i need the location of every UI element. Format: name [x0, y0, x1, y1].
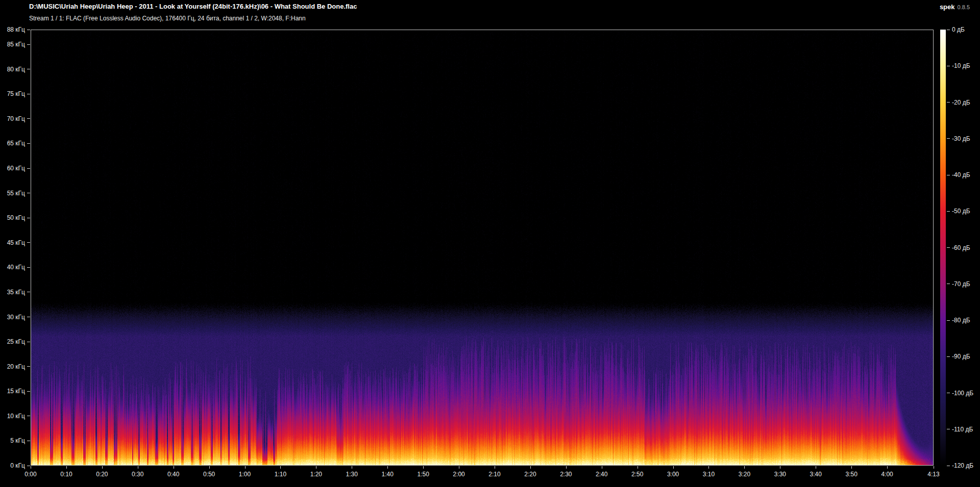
file-path-title: D:\MUSIC\Uriah Heep\Uriah Heep - 2011 - … — [29, 3, 357, 10]
freq-label: 10 кГц — [0, 413, 25, 420]
time-tick — [780, 466, 780, 469]
time-tick — [638, 466, 638, 469]
time-tick — [138, 466, 138, 469]
freq-label: 50 кГц — [0, 214, 25, 221]
db-label: -100 дБ — [952, 390, 973, 397]
freq-tick — [27, 44, 30, 45]
freq-tick — [27, 94, 30, 94]
freq-label: 70 кГц — [0, 115, 25, 122]
time-label: 4:13 — [927, 471, 939, 478]
db-tick — [947, 247, 950, 248]
time-tick — [66, 466, 67, 469]
db-tick — [947, 466, 950, 466]
time-label: 1:00 — [239, 471, 251, 478]
time-label: 3:50 — [845, 471, 857, 478]
freq-label: 5 кГц — [0, 437, 25, 444]
db-tick — [947, 175, 950, 175]
time-label: 2:20 — [524, 471, 536, 478]
db-tick — [947, 320, 950, 321]
freq-label: 15 кГц — [0, 388, 25, 395]
time-label: 0:10 — [60, 471, 72, 478]
db-label: -20 дБ — [952, 99, 970, 106]
time-tick — [934, 466, 934, 469]
db-tick — [947, 356, 950, 357]
freq-tick — [27, 366, 30, 367]
db-tick — [947, 138, 950, 139]
freq-label: 30 кГц — [0, 314, 25, 321]
freq-label: 35 кГц — [0, 289, 25, 296]
time-label: 1:30 — [346, 471, 358, 478]
freq-tick — [27, 193, 30, 193]
freq-tick — [27, 317, 30, 317]
time-tick — [316, 466, 316, 469]
db-tick — [947, 429, 950, 429]
time-label: 2:30 — [560, 471, 572, 478]
time-tick — [387, 466, 388, 469]
freq-tick — [27, 242, 30, 243]
time-tick — [102, 466, 103, 469]
app-brand: spek0.8.5 — [940, 3, 970, 11]
time-tick — [887, 466, 888, 469]
db-label: -80 дБ — [952, 317, 970, 324]
stream-info: Stream 1 / 1: FLAC (Free Lossless Audio … — [29, 15, 306, 22]
db-label: -70 дБ — [952, 280, 970, 288]
app-name: spek — [940, 3, 955, 11]
db-label: -40 дБ — [952, 171, 970, 178]
freq-label: 55 кГц — [0, 190, 25, 197]
time-tick — [602, 466, 602, 469]
time-tick — [673, 466, 674, 469]
time-tick — [423, 466, 424, 469]
freq-label: 80 кГц — [0, 66, 25, 73]
db-label: -30 дБ — [952, 135, 970, 142]
time-tick — [495, 466, 495, 469]
time-tick — [245, 466, 246, 469]
freq-tick — [27, 143, 30, 144]
freq-label: 88 кГц — [0, 26, 25, 33]
freq-tick — [27, 391, 30, 392]
time-label: 2:10 — [488, 471, 500, 478]
db-tick — [947, 211, 950, 212]
time-tick — [744, 466, 745, 469]
time-label: 3:40 — [810, 471, 822, 478]
time-label: 4:00 — [881, 471, 893, 478]
freq-tick — [27, 342, 30, 342]
db-label: -120 дБ — [952, 462, 973, 469]
freq-tick — [27, 466, 30, 466]
time-tick — [530, 466, 531, 469]
time-label: 0:40 — [167, 471, 179, 478]
time-label: 1:10 — [275, 471, 286, 478]
freq-tick — [27, 30, 30, 30]
time-label: 3:20 — [739, 471, 750, 478]
time-label: 2:00 — [453, 471, 464, 478]
time-label: 2:50 — [631, 471, 643, 478]
app-version: 0.8.5 — [958, 4, 970, 10]
time-label: 3:00 — [667, 471, 679, 478]
freq-label: 25 кГц — [0, 338, 25, 345]
time-label: 1:20 — [310, 471, 322, 478]
freq-label: 65 кГц — [0, 140, 25, 147]
freq-tick — [27, 168, 30, 169]
spectrogram-canvas — [31, 30, 933, 465]
time-label: 2:40 — [596, 471, 607, 478]
db-tick — [947, 30, 950, 30]
db-label: -110 дБ — [952, 426, 973, 433]
time-tick — [174, 466, 174, 469]
db-label: -60 дБ — [952, 244, 970, 251]
time-label: 3:30 — [774, 471, 786, 478]
freq-label: 0 кГц — [0, 462, 25, 469]
freq-tick — [27, 292, 30, 292]
time-label: 0:50 — [203, 471, 215, 478]
time-tick — [566, 466, 567, 469]
freq-tick — [27, 118, 30, 119]
db-tick — [947, 284, 950, 284]
time-tick — [31, 466, 31, 469]
time-tick — [816, 466, 816, 469]
db-label: -10 дБ — [952, 62, 970, 69]
freq-label: 20 кГц — [0, 363, 25, 370]
freq-tick — [27, 267, 30, 268]
freq-label: 85 кГц — [0, 41, 25, 48]
time-label: 0:20 — [96, 471, 108, 478]
db-tick — [947, 393, 950, 393]
db-tick — [947, 102, 950, 102]
freq-tick — [27, 441, 30, 441]
